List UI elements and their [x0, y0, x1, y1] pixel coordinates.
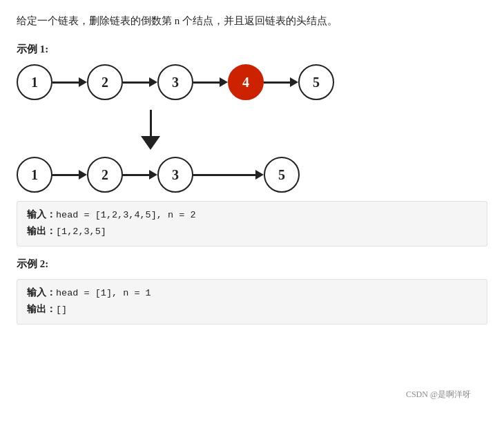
node-2-before: 2 — [87, 64, 123, 100]
node-4-deleted: 4 — [228, 64, 264, 100]
description-text: 给定一个链表，删除链表的倒数第 n 个结点，并且返回链表的头结点。 — [17, 15, 338, 26]
arrow-head — [79, 170, 87, 180]
down-arrow-line — [150, 110, 152, 136]
example2-output-label: 输出： — [27, 304, 56, 314]
example2-input-label: 输入： — [27, 287, 56, 298]
arrow-line — [123, 174, 149, 176]
example1-title: 示例 1: — [17, 43, 487, 56]
example2-io: 输入：head = [1], n = 1 输出：[] — [17, 279, 487, 325]
arrow-head — [220, 77, 228, 87]
down-arrow — [141, 110, 160, 150]
list-before: 1 2 3 4 5 — [17, 64, 334, 100]
example1-output-label: 输出： — [27, 226, 56, 236]
example1-input-label: 输入： — [27, 209, 56, 220]
arrow-line — [52, 81, 79, 84]
description: 给定一个链表，删除链表的倒数第 n 个结点，并且返回链表的头结点。 — [17, 12, 487, 29]
arrow-line — [123, 81, 149, 84]
example1-io: 输入：head = [1,2,3,4,5], n = 2 输出：[1,2,3,5… — [17, 201, 487, 247]
arrow-head — [255, 170, 264, 180]
node-3-before: 3 — [157, 64, 193, 100]
arrow-after-2-3 — [123, 170, 157, 180]
arrow-head — [149, 77, 157, 87]
node-1-after: 1 — [17, 157, 52, 193]
arrow-head — [290, 77, 298, 87]
example2-input-line: 输入：head = [1], n = 1 — [27, 285, 477, 302]
example2-title: 示例 2: — [17, 258, 487, 271]
example2-output-line: 输出：[] — [27, 302, 477, 318]
arrow-1-2 — [52, 77, 87, 87]
arrow-head — [79, 77, 87, 87]
arrow-line — [52, 174, 79, 176]
example2-output-value: [] — [56, 305, 67, 315]
arrow-after-1-2 — [52, 170, 87, 180]
down-arrow-head — [141, 136, 160, 150]
example1-output-value: [1,2,3,5] — [56, 227, 106, 237]
arrow-head — [149, 170, 157, 180]
list-after: 1 2 3 5 — [17, 157, 300, 193]
example1-output-line: 输出：[1,2,3,5] — [27, 224, 477, 240]
example2-input-value: head = [1], n = 1 — [56, 288, 151, 298]
diagram-area: 1 2 3 4 5 — [17, 64, 487, 195]
example1-input-line: 输入：head = [1,2,3,4,5], n = 2 — [27, 207, 477, 224]
arrow-2-3 — [123, 77, 157, 87]
arrow-line — [193, 81, 220, 84]
arrow-line — [264, 81, 290, 84]
node-1-before: 1 — [17, 64, 52, 100]
down-arrow-container — [141, 110, 160, 150]
node-5-after: 5 — [264, 157, 300, 193]
arrow-line-long — [193, 174, 255, 176]
node-2-after: 2 — [87, 157, 123, 193]
example1-input-value: head = [1,2,3,4,5], n = 2 — [56, 210, 196, 220]
arrow-4-5 — [264, 77, 298, 87]
node-5-before: 5 — [298, 64, 334, 100]
arrow-after-3-5 — [193, 170, 264, 180]
page-wrapper: 给定一个链表，删除链表的倒数第 n 个结点，并且返回链表的头结点。 示例 1: … — [17, 12, 487, 413]
watermark: CSDN @是啊洋呀 — [406, 389, 471, 401]
node-3-after: 3 — [157, 157, 193, 193]
arrow-3-4 — [193, 77, 228, 87]
